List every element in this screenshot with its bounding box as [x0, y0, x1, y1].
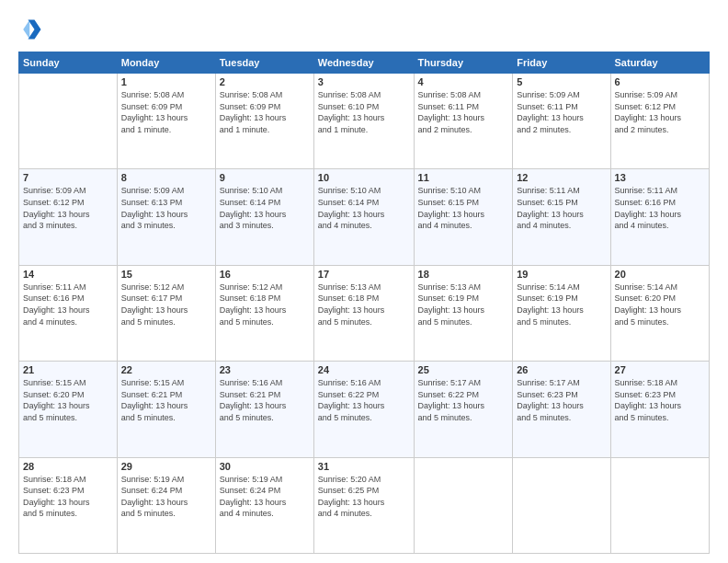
day-info: Sunrise: 5:09 AM Sunset: 6:12 PM Dayligh…: [23, 185, 113, 231]
day-info: Sunrise: 5:11 AM Sunset: 6:16 PM Dayligh…: [23, 282, 113, 327]
calendar-cell: 27Sunrise: 5:18 AM Sunset: 6:23 PM Dayli…: [610, 362, 709, 457]
day-number: 31: [318, 461, 410, 472]
svg-marker-1: [23, 20, 29, 40]
calendar-cell: [19, 74, 118, 169]
calendar-cell: 4Sunrise: 5:08 AM Sunset: 6:11 PM Daylig…: [414, 74, 513, 169]
calendar-cell: 23Sunrise: 5:16 AM Sunset: 6:21 PM Dayli…: [215, 362, 313, 457]
calendar-cell: 19Sunrise: 5:14 AM Sunset: 6:19 PM Dayli…: [513, 265, 610, 361]
calendar-cell: 9Sunrise: 5:10 AM Sunset: 6:14 PM Daylig…: [215, 169, 313, 265]
day-number: 8: [121, 172, 211, 183]
calendar-cell: 31Sunrise: 5:20 AM Sunset: 6:25 PM Dayli…: [313, 457, 414, 553]
day-header-saturday: Saturday: [610, 52, 709, 74]
day-number: 6: [615, 76, 705, 87]
calendar-cell: 30Sunrise: 5:19 AM Sunset: 6:24 PM Dayli…: [215, 457, 313, 553]
calendar-cell: 21Sunrise: 5:15 AM Sunset: 6:20 PM Dayli…: [19, 362, 118, 457]
day-number: 14: [23, 269, 113, 280]
calendar-cell: 13Sunrise: 5:11 AM Sunset: 6:16 PM Dayli…: [610, 169, 709, 265]
day-info: Sunrise: 5:10 AM Sunset: 6:14 PM Dayligh…: [220, 185, 310, 231]
day-info: Sunrise: 5:19 AM Sunset: 6:24 PM Dayligh…: [121, 474, 211, 520]
day-number: 27: [615, 364, 705, 375]
day-number: 25: [418, 364, 509, 375]
day-number: 15: [121, 269, 211, 280]
page: SundayMondayTuesdayWednesdayThursdayFrid…: [0, 0, 728, 563]
day-number: 10: [318, 172, 410, 183]
day-number: 19: [517, 269, 606, 280]
day-number: 22: [121, 364, 211, 375]
day-info: Sunrise: 5:17 AM Sunset: 6:23 PM Dayligh…: [517, 377, 606, 423]
calendar-cell: 3Sunrise: 5:08 AM Sunset: 6:10 PM Daylig…: [313, 74, 414, 169]
day-header-thursday: Thursday: [414, 52, 513, 74]
day-info: Sunrise: 5:12 AM Sunset: 6:17 PM Dayligh…: [121, 282, 211, 327]
day-info: Sunrise: 5:09 AM Sunset: 6:12 PM Dayligh…: [615, 89, 705, 135]
calendar-cell: 17Sunrise: 5:13 AM Sunset: 6:18 PM Dayli…: [313, 265, 414, 361]
day-info: Sunrise: 5:11 AM Sunset: 6:16 PM Dayligh…: [615, 185, 705, 231]
day-number: 26: [517, 364, 606, 375]
calendar-table: SundayMondayTuesdayWednesdayThursdayFrid…: [18, 52, 710, 554]
day-info: Sunrise: 5:09 AM Sunset: 6:11 PM Dayligh…: [517, 89, 606, 135]
day-header-sunday: Sunday: [19, 52, 118, 74]
day-info: Sunrise: 5:11 AM Sunset: 6:15 PM Dayligh…: [517, 185, 606, 231]
calendar-cell: 12Sunrise: 5:11 AM Sunset: 6:15 PM Dayli…: [513, 169, 610, 265]
day-number: 24: [318, 364, 410, 375]
day-number: 30: [220, 461, 310, 472]
calendar-week-row: 21Sunrise: 5:15 AM Sunset: 6:20 PM Dayli…: [19, 362, 710, 457]
day-info: Sunrise: 5:13 AM Sunset: 6:18 PM Dayligh…: [318, 282, 410, 327]
day-info: Sunrise: 5:18 AM Sunset: 6:23 PM Dayligh…: [23, 474, 113, 520]
day-info: Sunrise: 5:13 AM Sunset: 6:19 PM Dayligh…: [418, 282, 509, 327]
calendar-cell: 18Sunrise: 5:13 AM Sunset: 6:19 PM Dayli…: [414, 265, 513, 361]
calendar-cell: 24Sunrise: 5:16 AM Sunset: 6:22 PM Dayli…: [313, 362, 414, 457]
header: [18, 17, 710, 42]
day-number: 18: [418, 269, 509, 280]
calendar-cell: 25Sunrise: 5:17 AM Sunset: 6:22 PM Dayli…: [414, 362, 513, 457]
day-number: 28: [23, 461, 113, 472]
day-info: Sunrise: 5:08 AM Sunset: 6:09 PM Dayligh…: [121, 89, 211, 135]
calendar-cell: 16Sunrise: 5:12 AM Sunset: 6:18 PM Dayli…: [215, 265, 313, 361]
day-number: 23: [220, 364, 310, 375]
day-info: Sunrise: 5:10 AM Sunset: 6:15 PM Dayligh…: [418, 185, 509, 231]
day-number: 11: [418, 172, 509, 183]
day-info: Sunrise: 5:10 AM Sunset: 6:14 PM Dayligh…: [318, 185, 410, 231]
calendar-cell: [513, 457, 610, 553]
calendar-cell: 22Sunrise: 5:15 AM Sunset: 6:21 PM Dayli…: [117, 362, 215, 457]
svg-marker-0: [28, 20, 41, 40]
day-number: 5: [517, 76, 606, 87]
day-header-wednesday: Wednesday: [313, 52, 414, 74]
day-info: Sunrise: 5:15 AM Sunset: 6:20 PM Dayligh…: [23, 377, 113, 423]
day-number: 17: [318, 269, 410, 280]
day-info: Sunrise: 5:12 AM Sunset: 6:18 PM Dayligh…: [220, 282, 310, 327]
calendar-cell: 8Sunrise: 5:09 AM Sunset: 6:13 PM Daylig…: [117, 169, 215, 265]
calendar-cell: 26Sunrise: 5:17 AM Sunset: 6:23 PM Dayli…: [513, 362, 610, 457]
day-number: 21: [23, 364, 113, 375]
calendar-cell: 14Sunrise: 5:11 AM Sunset: 6:16 PM Dayli…: [19, 265, 118, 361]
day-number: 9: [220, 172, 310, 183]
calendar-cell: 29Sunrise: 5:19 AM Sunset: 6:24 PM Dayli…: [117, 457, 215, 553]
day-info: Sunrise: 5:20 AM Sunset: 6:25 PM Dayligh…: [318, 474, 410, 520]
calendar-cell: [414, 457, 513, 553]
day-number: 3: [318, 76, 410, 87]
day-info: Sunrise: 5:09 AM Sunset: 6:13 PM Dayligh…: [121, 185, 211, 231]
calendar-week-row: 1Sunrise: 5:08 AM Sunset: 6:09 PM Daylig…: [19, 74, 710, 169]
day-number: 16: [220, 269, 310, 280]
day-info: Sunrise: 5:15 AM Sunset: 6:21 PM Dayligh…: [121, 377, 211, 423]
day-info: Sunrise: 5:08 AM Sunset: 6:11 PM Dayligh…: [418, 89, 509, 135]
day-info: Sunrise: 5:14 AM Sunset: 6:19 PM Dayligh…: [517, 282, 606, 327]
calendar-cell: 11Sunrise: 5:10 AM Sunset: 6:15 PM Dayli…: [414, 169, 513, 265]
day-header-tuesday: Tuesday: [215, 52, 313, 74]
day-info: Sunrise: 5:17 AM Sunset: 6:22 PM Dayligh…: [418, 377, 509, 423]
logo-icon: [18, 17, 44, 42]
calendar-cell: 20Sunrise: 5:14 AM Sunset: 6:20 PM Dayli…: [610, 265, 709, 361]
day-number: 1: [121, 76, 211, 87]
day-number: 13: [615, 172, 705, 183]
day-info: Sunrise: 5:14 AM Sunset: 6:20 PM Dayligh…: [615, 282, 705, 327]
calendar-cell: 1Sunrise: 5:08 AM Sunset: 6:09 PM Daylig…: [117, 74, 215, 169]
logo: [18, 17, 48, 42]
day-number: 2: [220, 76, 310, 87]
calendar-cell: 6Sunrise: 5:09 AM Sunset: 6:12 PM Daylig…: [610, 74, 709, 169]
day-header-monday: Monday: [117, 52, 215, 74]
calendar-week-row: 28Sunrise: 5:18 AM Sunset: 6:23 PM Dayli…: [19, 457, 710, 553]
calendar-cell: [610, 457, 709, 553]
calendar-cell: 28Sunrise: 5:18 AM Sunset: 6:23 PM Dayli…: [19, 457, 118, 553]
calendar-cell: 7Sunrise: 5:09 AM Sunset: 6:12 PM Daylig…: [19, 169, 118, 265]
day-number: 29: [121, 461, 211, 472]
day-number: 7: [23, 172, 113, 183]
